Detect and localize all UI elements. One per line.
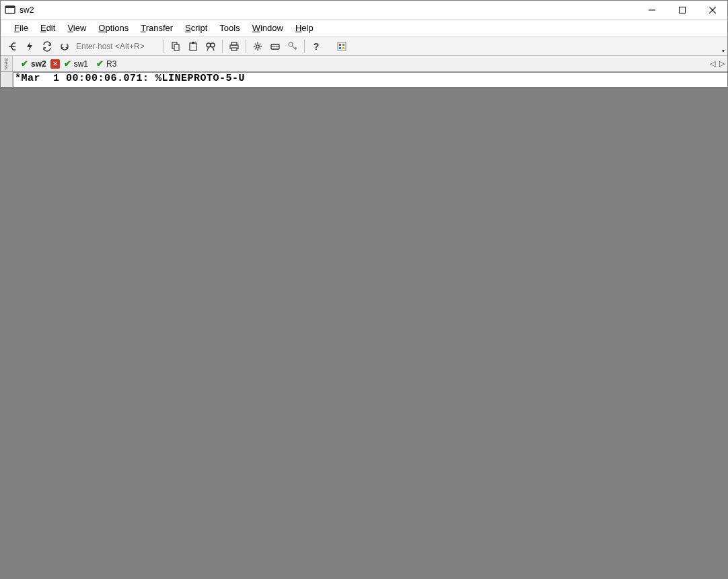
svg-line-12 bbox=[207, 47, 209, 50]
tab-scroll-left-icon[interactable]: ◁ bbox=[710, 59, 715, 68]
menu-view[interactable]: View bbox=[62, 21, 92, 35]
connected-check-icon: ✔ bbox=[21, 59, 28, 68]
svg-point-17 bbox=[256, 44, 259, 47]
paste-icon[interactable] bbox=[185, 38, 201, 55]
tab-label: sw2 bbox=[31, 59, 46, 69]
app-icon bbox=[5, 5, 15, 15]
toolbar-separator bbox=[246, 40, 246, 53]
svg-rect-9 bbox=[192, 42, 194, 44]
reconnect-icon[interactable] bbox=[39, 38, 55, 55]
session-tabs: ✔ sw2 ✕ ✔ sw1 ✔ R3 bbox=[13, 56, 707, 71]
toolbar-separator bbox=[304, 40, 305, 53]
settings-icon[interactable] bbox=[250, 38, 266, 55]
extra-tool-icon[interactable] bbox=[334, 38, 350, 55]
tab-close-icon[interactable]: ✕ bbox=[50, 59, 60, 69]
menu-file[interactable]: File bbox=[9, 21, 34, 35]
find-icon[interactable] bbox=[203, 38, 219, 55]
tab-r3[interactable]: ✔ R3 bbox=[92, 57, 120, 71]
menu-script[interactable]: Script bbox=[180, 21, 213, 35]
svg-rect-24 bbox=[342, 44, 344, 46]
connected-check-icon: ✔ bbox=[96, 59, 104, 68]
window-title: sw2 bbox=[20, 5, 636, 15]
svg-rect-16 bbox=[231, 48, 237, 50]
svg-rect-25 bbox=[339, 47, 341, 49]
svg-rect-3 bbox=[679, 7, 685, 13]
svg-rect-22 bbox=[338, 42, 346, 50]
menu-tools[interactable]: Tools bbox=[214, 21, 245, 35]
tab-label: sw1 bbox=[74, 59, 88, 69]
close-button[interactable] bbox=[697, 1, 727, 19]
menu-transfer[interactable]: Transfer bbox=[135, 21, 178, 35]
svg-rect-23 bbox=[339, 44, 341, 46]
key-icon[interactable] bbox=[285, 38, 301, 55]
tabs-nav: ◁ ▷ bbox=[707, 56, 727, 71]
host-input[interactable] bbox=[73, 40, 161, 53]
svg-line-13 bbox=[213, 47, 214, 50]
session-panel-handle[interactable]: Sess bbox=[1, 56, 13, 71]
svg-point-11 bbox=[211, 43, 215, 47]
menu-options[interactable]: Options bbox=[93, 21, 134, 35]
toolbar-overflow-icon[interactable]: ▾ bbox=[722, 48, 725, 54]
maximize-button[interactable] bbox=[667, 1, 697, 19]
svg-rect-1 bbox=[5, 6, 15, 8]
window-controls bbox=[636, 1, 727, 19]
menu-edit[interactable]: Edit bbox=[35, 21, 61, 35]
tab-label: R3 bbox=[106, 59, 116, 69]
minimize-button[interactable] bbox=[636, 1, 667, 19]
menu-help[interactable]: Help bbox=[290, 21, 319, 35]
app-window: sw2 File Edit View Options Transfer Scri… bbox=[0, 0, 728, 88]
terminal-area: *Mar 1 00:00:06.071: %LINEPROTO-5-U bbox=[1, 72, 727, 87]
print-icon[interactable] bbox=[226, 38, 242, 55]
session-tabs-row: Sess ✔ sw2 ✕ ✔ sw1 ✔ R3 ◁ ▷ bbox=[1, 56, 727, 72]
toolbar: ? ▾ bbox=[1, 37, 727, 56]
tab-sw2[interactable]: ✔ sw2 bbox=[17, 57, 50, 71]
connected-check-icon: ✔ bbox=[64, 59, 71, 68]
menubar: File Edit View Options Transfer Script T… bbox=[1, 20, 727, 37]
help-icon[interactable]: ? bbox=[308, 38, 324, 55]
tab-scroll-right-icon[interactable]: ▷ bbox=[719, 59, 725, 68]
svg-rect-8 bbox=[190, 43, 196, 50]
connect-icon[interactable] bbox=[4, 38, 20, 55]
svg-rect-7 bbox=[174, 44, 179, 50]
svg-rect-26 bbox=[342, 47, 344, 49]
quick-connect-icon[interactable] bbox=[22, 38, 38, 55]
svg-text:?: ? bbox=[314, 41, 320, 52]
titlebar: sw2 bbox=[1, 1, 727, 20]
toolbar-separator bbox=[163, 40, 164, 53]
svg-point-10 bbox=[207, 43, 211, 47]
session-options-icon[interactable] bbox=[267, 38, 283, 55]
terminal-output[interactable]: *Mar 1 00:00:06.071: %LINEPROTO-5-U bbox=[13, 72, 727, 87]
copy-icon[interactable] bbox=[168, 38, 184, 55]
toolbar-separator bbox=[222, 40, 223, 53]
disconnect-icon[interactable] bbox=[57, 38, 73, 55]
menu-window[interactable]: Window bbox=[247, 21, 289, 35]
terminal-gutter bbox=[1, 72, 13, 87]
tab-sw1[interactable]: ✔ sw1 bbox=[60, 57, 92, 71]
